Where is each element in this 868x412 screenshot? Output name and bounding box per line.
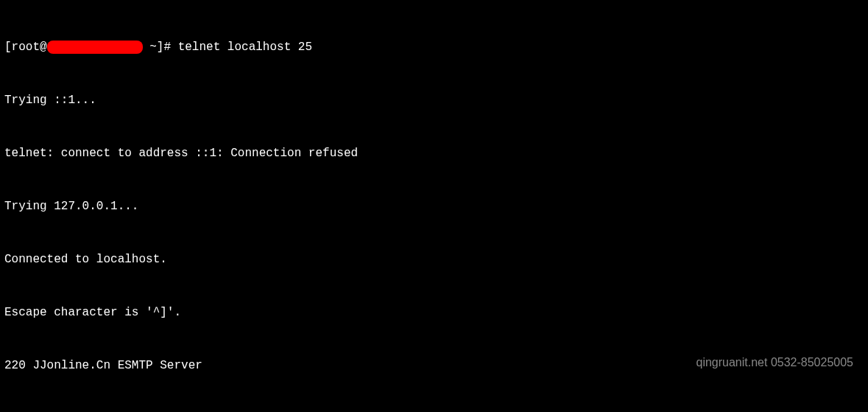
output-line: telnet: connect to address ::1: Connecti…: [4, 144, 864, 162]
terminal-output: [root@ ~]# telnet localhost 25 Trying ::…: [4, 3, 864, 412]
redacted-hostname: [47, 41, 143, 54]
output-line: Trying 127.0.0.1...: [4, 198, 864, 215]
watermark-text: qingruanit.net 0532-85025005: [696, 354, 853, 371]
output-line: Connected to localhost.: [4, 251, 864, 268]
prompt-line: [root@ ~]# telnet localhost 25: [4, 38, 864, 56]
prompt-suffix: ~]#: [143, 41, 178, 54]
output-line: Escape character is '^]'.: [4, 304, 864, 321]
prompt-user: [root@: [4, 41, 47, 54]
command-text: telnet localhost 25: [178, 41, 312, 54]
output-line: Trying ::1...: [4, 91, 864, 109]
